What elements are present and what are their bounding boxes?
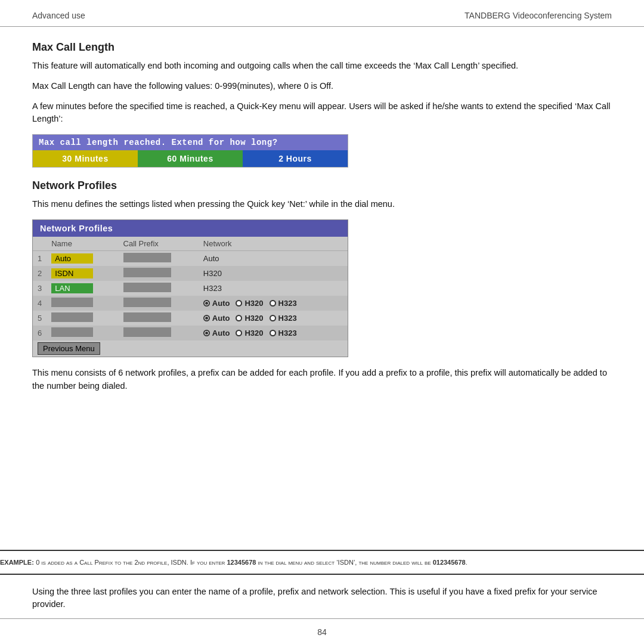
table-row: 1AutoAuto [33, 250, 348, 266]
row-prefix [119, 326, 199, 340]
radio-dot[interactable] [270, 300, 276, 306]
page-header: Advanced use TANDBERG Videoconferencing … [0, 0, 644, 27]
row-num: 5 [33, 311, 47, 326]
row-num: 3 [33, 281, 47, 296]
radio-dot[interactable] [203, 300, 210, 306]
row-name [47, 296, 118, 311]
example-text: 0 is added as a Call Prefix to the 2nd p… [36, 558, 467, 566]
max-call-length-title: Max Call Length [32, 41, 612, 54]
page-footer: 84 [0, 618, 644, 644]
radio-dot[interactable] [203, 330, 210, 336]
row-network: AutoH320H323 [199, 296, 348, 311]
max-call-length-para3: A few minutes before the specified time … [32, 100, 612, 126]
quickkey-title: Max call length reached. Extend for how … [33, 135, 348, 150]
radio-dot[interactable] [203, 315, 210, 321]
row-prefix [119, 296, 199, 311]
example-box: Example: 0 is added as a Call Prefix to … [0, 550, 644, 575]
max-call-length-para2: Max Call Length can have the following v… [32, 80, 612, 93]
network-profiles-box-title: Network Profiles [33, 220, 348, 237]
quickkey-box: Max call length reached. Extend for how … [32, 134, 348, 168]
network-profiles-section: Network Profiles This menu defines the s… [32, 179, 612, 392]
table-row: 3LANH323 [33, 281, 348, 296]
row-name[interactable]: LAN [47, 281, 118, 296]
table-row: 5AutoH320H323 [33, 311, 348, 326]
content-area: Max Call Length This feature will automa… [0, 27, 644, 539]
col-name: Name [47, 237, 118, 251]
network-profiles-body1: This menu consists of 6 network profiles… [32, 367, 612, 393]
row-num: 1 [33, 250, 47, 266]
row-network: AutoH320H323 [199, 326, 348, 340]
page-number: 84 [317, 627, 327, 637]
radio-dot[interactable] [270, 330, 276, 336]
row-network: H320 [199, 266, 348, 281]
network-profiles-intro: This menu defines the settings listed wh… [32, 198, 612, 211]
row-network: Auto [199, 250, 348, 266]
network-profiles-table: Name Call Prefix Network 1AutoAuto2ISDNH… [33, 237, 348, 357]
quickkey-buttons: 30 Minutes 60 Minutes 2 Hours [33, 150, 348, 167]
body-after-example: Using the three last profiles you can en… [0, 575, 644, 619]
header-right: TANDBERG Videoconferencing System [465, 11, 612, 20]
radio-dot[interactable] [236, 330, 242, 336]
prev-menu-cell: Previous Menu [33, 340, 348, 357]
row-name [47, 326, 118, 340]
table-header-row: Name Call Prefix Network [33, 237, 348, 251]
row-num: 6 [33, 326, 47, 340]
table-row: 6AutoH320H323 [33, 326, 348, 340]
row-num: 2 [33, 266, 47, 281]
col-network: Network [199, 237, 348, 251]
col-prefix: Call Prefix [119, 237, 199, 251]
max-call-length-para1: This feature will automatically end both… [32, 60, 612, 73]
row-name [47, 311, 118, 326]
header-left: Advanced use [32, 11, 85, 20]
btn-2-hours[interactable]: 2 Hours [243, 150, 348, 167]
table-row: 2ISDNH320 [33, 266, 348, 281]
row-name[interactable]: Auto [47, 250, 118, 266]
network-profiles-title: Network Profiles [32, 179, 612, 192]
radio-dot[interactable] [270, 315, 276, 321]
example-label: Example: [0, 559, 34, 566]
network-profiles-box: Network Profiles Name Call Prefix Networ… [32, 219, 348, 357]
radio-dot[interactable] [236, 300, 242, 306]
prev-menu-row: Previous Menu [33, 340, 348, 357]
row-name[interactable]: ISDN [47, 266, 118, 281]
max-call-length-section: Max Call Length This feature will automa… [32, 41, 612, 168]
row-network: AutoH320H323 [199, 311, 348, 326]
row-prefix [119, 266, 199, 281]
prev-menu-button[interactable]: Previous Menu [38, 342, 100, 355]
row-prefix [119, 281, 199, 296]
row-num: 4 [33, 296, 47, 311]
row-prefix [119, 250, 199, 266]
radio-dot[interactable] [236, 315, 242, 321]
btn-30-minutes[interactable]: 30 Minutes [33, 150, 138, 167]
table-row: 4AutoH320H323 [33, 296, 348, 311]
network-profiles-body2: Using the three last profiles you can en… [32, 586, 612, 612]
col-num [33, 237, 47, 251]
row-prefix [119, 311, 199, 326]
row-network: H323 [199, 281, 348, 296]
btn-60-minutes[interactable]: 60 Minutes [138, 150, 243, 167]
